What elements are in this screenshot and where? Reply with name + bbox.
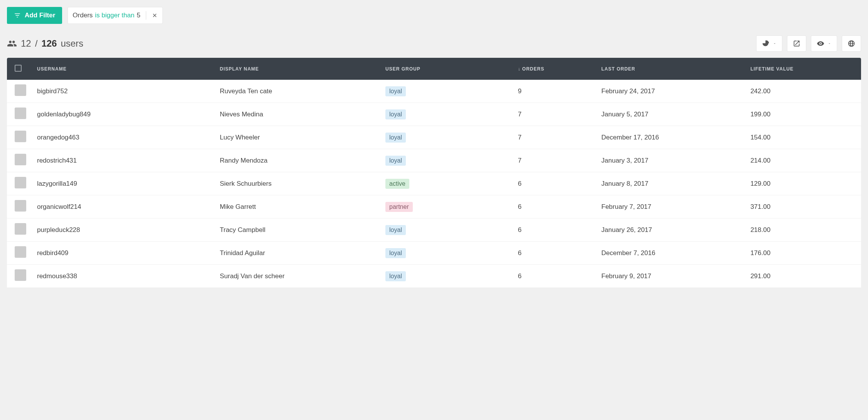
user-group-cell: partner bbox=[380, 195, 513, 218]
username-cell: lazygorilla149 bbox=[32, 172, 214, 195]
column-header-username[interactable]: USERNAME bbox=[32, 58, 214, 80]
table-row[interactable]: redmouse338Suradj Van der scheerloyal6Fe… bbox=[7, 265, 861, 288]
username-cell: organicwolf214 bbox=[32, 195, 214, 218]
column-header-orders[interactable]: ↓ORDERS bbox=[513, 58, 596, 80]
row-avatar-cell[interactable] bbox=[7, 149, 32, 172]
lifetime-value-cell: 291.00 bbox=[745, 265, 861, 288]
avatar bbox=[15, 177, 26, 188]
filter-chip-operator: is bigger than bbox=[95, 12, 134, 19]
username-cell: orangedog463 bbox=[32, 126, 214, 149]
user-group-cell: loyal bbox=[380, 218, 513, 242]
add-filter-button[interactable]: Add Filter bbox=[7, 7, 62, 24]
username-cell: goldenladybug849 bbox=[32, 103, 214, 126]
avatar bbox=[15, 131, 26, 142]
export-button[interactable] bbox=[787, 35, 806, 52]
display-name-cell: Ruveyda Ten cate bbox=[214, 80, 380, 103]
orders-cell: 6 bbox=[513, 218, 596, 242]
row-avatar-cell[interactable] bbox=[7, 242, 32, 265]
username-cell: redbird409 bbox=[32, 242, 214, 265]
orders-cell: 6 bbox=[513, 242, 596, 265]
row-avatar-cell[interactable] bbox=[7, 218, 32, 242]
avatar bbox=[15, 269, 26, 281]
group-tag: loyal bbox=[385, 156, 406, 166]
lifetime-value-cell: 154.00 bbox=[745, 126, 861, 149]
group-tag: loyal bbox=[385, 109, 406, 119]
table-row[interactable]: organicwolf214Mike Garrettpartner6Februa… bbox=[7, 195, 861, 218]
avatar bbox=[15, 84, 26, 96]
user-group-cell: loyal bbox=[380, 103, 513, 126]
row-avatar-cell[interactable] bbox=[7, 80, 32, 103]
results-shown-count: 12 bbox=[21, 38, 31, 49]
results-summary: 12 / 126 users bbox=[7, 38, 83, 49]
orders-cell: 6 bbox=[513, 195, 596, 218]
last-order-cell: January 5, 2017 bbox=[596, 103, 745, 126]
table-row[interactable]: redbird409Trinidad Aguilarloyal6December… bbox=[7, 242, 861, 265]
orders-cell: 7 bbox=[513, 149, 596, 172]
users-table: USERNAME DISPLAY NAME USER GROUP ↓ORDERS… bbox=[7, 58, 861, 288]
group-tag: loyal bbox=[385, 133, 406, 143]
group-tag: loyal bbox=[385, 225, 406, 235]
last-order-cell: February 9, 2017 bbox=[596, 265, 745, 288]
filter-chip[interactable]: Orders is bigger than 5 bbox=[68, 7, 163, 24]
users-icon bbox=[7, 39, 17, 49]
column-header-lifetime-value[interactable]: LIFETIME VALUE bbox=[745, 58, 861, 80]
filter-icon bbox=[14, 12, 21, 19]
chevron-down-icon bbox=[827, 42, 831, 45]
user-group-cell: loyal bbox=[380, 242, 513, 265]
table-row[interactable]: redostrich431Randy Mendozaloyal7January … bbox=[7, 149, 861, 172]
table-row[interactable]: lazygorilla149Sierk Schuurbiersactive6Ja… bbox=[7, 172, 861, 195]
row-avatar-cell[interactable] bbox=[7, 172, 32, 195]
last-order-cell: February 7, 2017 bbox=[596, 195, 745, 218]
user-group-cell: active bbox=[380, 172, 513, 195]
display-name-cell: Sierk Schuurbiers bbox=[214, 172, 380, 195]
lifetime-value-cell: 371.00 bbox=[745, 195, 861, 218]
group-tag: active bbox=[385, 179, 409, 189]
close-icon[interactable] bbox=[152, 12, 158, 18]
avatar bbox=[15, 108, 26, 119]
orders-cell: 6 bbox=[513, 172, 596, 195]
lifetime-value-cell: 199.00 bbox=[745, 103, 861, 126]
group-tag: loyal bbox=[385, 248, 406, 258]
table-row[interactable]: orangedog463Lucy Wheelerloyal7December 1… bbox=[7, 126, 861, 149]
sort-descending-icon: ↓ bbox=[518, 66, 521, 72]
globe-button[interactable] bbox=[842, 35, 861, 52]
avatar bbox=[15, 223, 26, 235]
row-avatar-cell[interactable] bbox=[7, 265, 32, 288]
orders-cell: 9 bbox=[513, 80, 596, 103]
lifetime-value-cell: 242.00 bbox=[745, 80, 861, 103]
orders-cell: 7 bbox=[513, 103, 596, 126]
row-avatar-cell[interactable] bbox=[7, 126, 32, 149]
column-header-user-group[interactable]: USER GROUP bbox=[380, 58, 513, 80]
table-row[interactable]: purpleduck228Tracy Campbellloyal6January… bbox=[7, 218, 861, 242]
table-row[interactable]: goldenladybug849Nieves Medinaloyal7Janua… bbox=[7, 103, 861, 126]
last-order-cell: December 17, 2016 bbox=[596, 126, 745, 149]
eye-icon bbox=[817, 40, 824, 47]
filter-chip-value: 5 bbox=[137, 12, 140, 19]
column-header-last-order[interactable]: LAST ORDER bbox=[596, 58, 745, 80]
add-filter-label: Add Filter bbox=[25, 12, 55, 19]
table-row[interactable]: bigbird752Ruveyda Ten cateloyal9February… bbox=[7, 80, 861, 103]
globe-icon bbox=[848, 40, 855, 47]
row-avatar-cell[interactable] bbox=[7, 103, 32, 126]
chart-button[interactable] bbox=[756, 35, 782, 52]
results-sep: / bbox=[35, 38, 38, 49]
filter-chip-field: Orders bbox=[73, 12, 93, 19]
lifetime-value-cell: 214.00 bbox=[745, 149, 861, 172]
last-order-cell: January 26, 2017 bbox=[596, 218, 745, 242]
username-cell: redmouse338 bbox=[32, 265, 214, 288]
visibility-button[interactable] bbox=[811, 35, 837, 52]
row-avatar-cell[interactable] bbox=[7, 195, 32, 218]
user-group-cell: loyal bbox=[380, 80, 513, 103]
group-tag: loyal bbox=[385, 86, 406, 96]
avatar bbox=[15, 154, 26, 165]
last-order-cell: February 24, 2017 bbox=[596, 80, 745, 103]
orders-cell: 6 bbox=[513, 265, 596, 288]
avatar bbox=[15, 200, 26, 212]
column-header-display-name[interactable]: DISPLAY NAME bbox=[214, 58, 380, 80]
export-icon bbox=[793, 40, 800, 47]
column-header-checkbox[interactable] bbox=[7, 58, 32, 80]
pie-chart-icon bbox=[762, 40, 770, 47]
lifetime-value-cell: 218.00 bbox=[745, 218, 861, 242]
user-group-cell: loyal bbox=[380, 265, 513, 288]
select-all-checkbox[interactable] bbox=[15, 65, 22, 72]
